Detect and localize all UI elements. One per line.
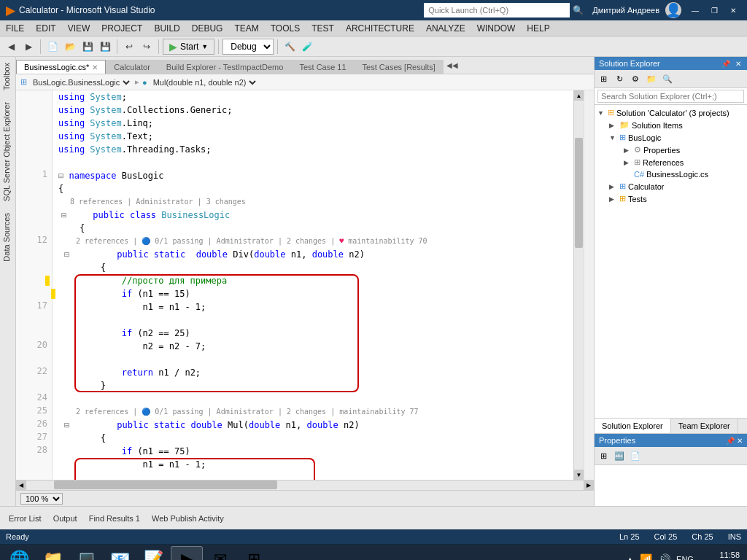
calculator-arrow[interactable]: ▶ <box>609 183 619 190</box>
taskbar-word[interactable]: 📝 <box>137 546 169 561</box>
hscroll-track[interactable] <box>26 481 584 490</box>
tray-volume[interactable]: 🔊 <box>658 553 670 561</box>
tab-output[interactable]: Output <box>49 511 82 526</box>
tab-web-publish[interactable]: Web Publish Activity <box>147 511 228 526</box>
hscroll-left[interactable]: ◀ <box>16 481 26 491</box>
se-collapse-button[interactable]: ⊞ <box>596 71 611 86</box>
tests-arrow[interactable]: ▶ <box>609 195 619 203</box>
se-show-all-files-button[interactable]: 📁 <box>644 71 659 86</box>
taskbar-mail[interactable]: ✉ <box>204 546 236 561</box>
undo-button[interactable]: ↩ <box>121 39 137 55</box>
menu-tools[interactable]: TOOLS <box>265 22 306 35</box>
taskbar-vs[interactable]: ▶ <box>171 546 203 561</box>
tab-error-list[interactable]: Error List <box>4 511 46 526</box>
prop-close-button[interactable]: ✕ <box>737 437 743 445</box>
close-button[interactable]: ✕ <box>725 4 741 17</box>
new-file-button[interactable]: 📄 <box>44 39 61 55</box>
se-pin-button[interactable]: 📌 <box>720 60 732 68</box>
se-properties-button[interactable]: ⚙ <box>628 71 643 86</box>
buslogic-arrow[interactable]: ▼ <box>609 134 619 141</box>
tab-find-results[interactable]: Find Results 1 <box>85 511 144 526</box>
hscroll-thumb[interactable] <box>54 481 277 489</box>
sql-server-tab[interactable]: SQL Server Object Explorer <box>0 96 15 207</box>
back-button[interactable]: ◀ <box>3 39 19 55</box>
config-dropdown[interactable]: Debug <box>222 39 274 55</box>
redo-button[interactable]: ↪ <box>139 39 155 55</box>
zoom-select[interactable]: 100 % <box>20 493 63 505</box>
vertical-scrollbar[interactable]: ▲ ▼ <box>573 90 584 480</box>
code-content[interactable]: 1 12 17 20 <box>16 90 573 480</box>
menu-view[interactable]: VIEW <box>62 22 96 35</box>
taskbar-tiles[interactable]: ⊞ <box>238 546 270 561</box>
menu-build[interactable]: BUILD <box>148 22 185 35</box>
method-selector[interactable]: Mul(double n1, double n2) <box>150 77 258 88</box>
minimize-button[interactable]: — <box>687 4 703 17</box>
start-button[interactable]: ▶ Start ▼ <box>163 39 214 55</box>
tab-calculator[interactable]: Calculator <box>106 60 158 74</box>
tab-test-case[interactable]: Test Case 11 <box>291 60 354 74</box>
taskbar-outlook[interactable]: 📧 <box>104 546 136 561</box>
quick-launch-input[interactable] <box>424 3 570 18</box>
properties-arrow[interactable]: ▶ <box>624 147 634 154</box>
close-tab-businesslogic[interactable]: ✕ <box>92 63 98 71</box>
se-tab-team-explorer[interactable]: Team Explorer <box>671 419 738 433</box>
references-arrow[interactable]: ▶ <box>624 159 634 166</box>
horizontal-scrollbar[interactable]: ◀ ▶ <box>16 480 594 490</box>
build-button[interactable]: 🔨 <box>282 39 298 55</box>
namespace-selector[interactable]: BusLogic.BusinessLogic <box>30 77 132 88</box>
se-refresh-button[interactable]: ↻ <box>612 71 627 86</box>
test-button[interactable]: 🧪 <box>299 39 315 55</box>
se-tree[interactable]: ▼ ⊞ Solution 'Calculator' (3 projects) ▶… <box>595 105 747 418</box>
restore-button[interactable]: ❐ <box>706 4 722 17</box>
open-file-button[interactable]: 📂 <box>62 39 78 55</box>
save-all-button[interactable]: 💾 <box>97 39 113 55</box>
tree-businesslogic-file[interactable]: C# BusinessLogic.cs <box>595 168 747 180</box>
tray-arrow[interactable]: ▲ <box>626 555 634 561</box>
toolbox-tab[interactable]: Toolbox <box>0 57 15 96</box>
prop-alpha-button[interactable]: 🔤 <box>612 448 627 463</box>
se-search-input[interactable] <box>597 90 744 103</box>
tree-calculator[interactable]: ▶ ⊞ Calculator <box>595 180 747 192</box>
menu-test[interactable]: TEST <box>306 22 340 35</box>
se-tab-solution-explorer[interactable]: Solution Explorer <box>595 419 671 433</box>
se-close-button[interactable]: ✕ <box>734 60 743 68</box>
menu-analyze[interactable]: ANALYZE <box>420 22 471 35</box>
menu-edit[interactable]: EDIT <box>30 22 61 35</box>
menu-debug[interactable]: DEBUG <box>186 22 229 35</box>
tab-test-results[interactable]: Test Cases [Results] <box>355 60 444 74</box>
forward-button[interactable]: ▶ <box>20 39 36 55</box>
menu-architecture[interactable]: ARCHITECTURE <box>340 22 420 35</box>
menu-window[interactable]: WINDOW <box>471 22 522 35</box>
taskbar-computer[interactable]: 💻 <box>70 546 102 561</box>
menu-team[interactable]: TEAM <box>228 22 264 35</box>
tab-scroll-left[interactable]: ◀◀ <box>444 61 461 69</box>
tree-solution-items[interactable]: ▶ 📁 Solution Items <box>595 119 747 131</box>
tree-references[interactable]: ▶ ⊞ References <box>595 156 747 168</box>
tree-properties[interactable]: ▶ ⚙ Properties <box>595 144 747 156</box>
scroll-track[interactable] <box>574 101 584 470</box>
scroll-down-arrow[interactable]: ▼ <box>574 470 584 480</box>
tree-tests[interactable]: ▶ ⊞ Tests <box>595 192 747 205</box>
taskbar-ie[interactable]: 🌐 <box>3 546 35 561</box>
menu-project[interactable]: PROJECT <box>96 22 148 35</box>
data-sources-tab[interactable]: Data Sources <box>0 207 15 268</box>
save-button[interactable]: 💾 <box>80 39 96 55</box>
se-filter-button[interactable]: 🔍 <box>660 71 675 86</box>
tree-buslogic[interactable]: ▼ ⊞ BusLogic <box>595 131 747 144</box>
tab-build-explorer[interactable]: Build Explorer - TestImpactDemo <box>158 60 292 74</box>
tray-lang[interactable]: ENG <box>676 555 694 561</box>
scroll-up-arrow[interactable]: ▲ <box>574 90 584 101</box>
prop-pages-button[interactable]: 📄 <box>628 448 643 463</box>
menu-help[interactable]: HELP <box>521 22 555 35</box>
solution-items-arrow[interactable]: ▶ <box>609 122 619 129</box>
tab-businesslogic[interactable]: BusinessLogic.cs* ✕ <box>16 60 106 74</box>
scroll-thumb[interactable] <box>575 138 583 249</box>
solution-arrow[interactable]: ▼ <box>597 109 608 117</box>
tree-solution[interactable]: ▼ ⊞ Solution 'Calculator' (3 projects) <box>595 106 747 119</box>
taskbar-clock[interactable]: 11:58 23.10.2013 <box>700 551 740 561</box>
taskbar-folder[interactable]: 📁 <box>36 546 69 561</box>
menu-file[interactable]: FILE <box>0 22 30 35</box>
prop-pin-button[interactable]: 📌 <box>726 437 735 445</box>
hscroll-right[interactable]: ▶ <box>584 481 594 491</box>
prop-categorized-button[interactable]: ⊞ <box>596 448 611 463</box>
